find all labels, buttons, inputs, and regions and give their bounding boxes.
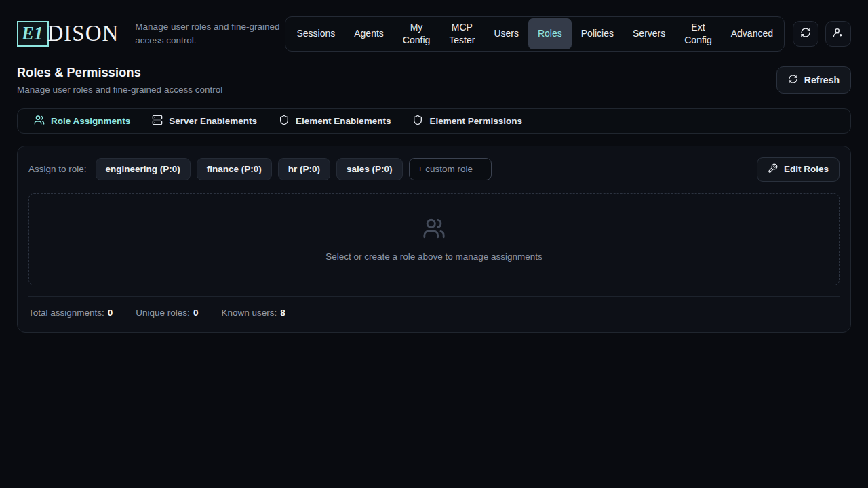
nav-item[interactable]: Advanced	[722, 18, 783, 49]
tab[interactable]: Role Assignments	[23, 110, 141, 131]
tab[interactable]: Server Enablements	[141, 110, 268, 131]
nav-item[interactable]: Agents	[344, 18, 393, 49]
nav-item[interactable]: Policies	[572, 18, 623, 49]
nav-item[interactable]: Servers	[623, 18, 675, 49]
page-header: Roles & Permissions Manage user roles an…	[0, 52, 868, 95]
stat-item: Known users:8	[221, 308, 285, 318]
user-settings-icon-button[interactable]	[825, 21, 851, 47]
stat-label: Known users:	[221, 308, 277, 318]
role-chip[interactable]: finance (P:0)	[197, 158, 272, 180]
assign-toolbar: Assign to role: engineering (P:0)finance…	[28, 157, 840, 182]
empty-state: Select or create a role above to manage …	[28, 193, 840, 285]
page-title: Roles & Permissions	[17, 66, 222, 80]
stats-row: Total assignments:0 Unique roles:0 Known…	[28, 297, 840, 321]
users-icon	[34, 115, 45, 127]
stat-value: 0	[108, 308, 113, 318]
refresh-icon	[788, 74, 798, 86]
refresh-button-label: Refresh	[804, 75, 840, 85]
main-nav: SessionsAgentsMy ConfigMCP TesterUsersRo…	[285, 16, 785, 52]
stat-item: Total assignments:0	[28, 308, 113, 318]
tab[interactable]: Element Permissions	[401, 110, 533, 131]
refresh-icon	[800, 27, 811, 40]
server-icon	[152, 115, 163, 127]
role-chip-list: engineering (P:0)finance (P:0)hr (P:0)sa…	[96, 158, 403, 180]
refresh-icon-button[interactable]	[793, 21, 818, 47]
nav-item[interactable]: Roles	[528, 18, 572, 49]
refresh-button[interactable]: Refresh	[776, 66, 851, 94]
wrench-icon	[768, 163, 778, 176]
page-title-block: Roles & Permissions Manage user roles an…	[17, 66, 222, 95]
custom-role-input[interactable]	[409, 158, 492, 180]
tab-label: Element Permissions	[429, 116, 522, 126]
section-tabs: Role Assignments Server Enablements Elem…	[17, 108, 851, 134]
users-icon	[422, 217, 446, 243]
nav-item[interactable]: MCP Tester	[439, 18, 484, 49]
tab-label: Role Assignments	[51, 116, 130, 126]
empty-state-message: Select or create a role above to manage …	[326, 251, 542, 262]
role-chip[interactable]: hr (P:0)	[278, 158, 330, 180]
role-assignments-panel: Assign to role: engineering (P:0)finance…	[17, 146, 851, 333]
nav-item[interactable]: Users	[484, 18, 528, 49]
stat-label: Unique roles:	[136, 308, 190, 318]
tab-label: Element Enablements	[296, 116, 391, 126]
edit-roles-button[interactable]: Edit Roles	[757, 157, 840, 182]
shield-icon	[279, 115, 290, 127]
logo-text: DISON	[47, 22, 119, 45]
shield-icon	[412, 115, 423, 127]
nav-item[interactable]: Ext Config	[675, 18, 721, 49]
role-chip[interactable]: engineering (P:0)	[96, 158, 191, 180]
header-actions	[793, 21, 851, 47]
edit-roles-label: Edit Roles	[784, 164, 829, 174]
app-tagline: Manage user roles and fine-grained acces…	[135, 20, 285, 47]
role-chip[interactable]: sales (P:0)	[336, 158, 403, 180]
tab-label: Server Enablements	[169, 116, 257, 126]
nav-item[interactable]: Sessions	[287, 18, 344, 49]
stat-item: Unique roles:0	[136, 308, 198, 318]
user-settings-icon	[833, 27, 844, 40]
logo-mark: E1	[17, 21, 49, 47]
nav-item[interactable]: My Config	[393, 18, 439, 49]
page-subtitle: Manage user roles and fine-grained acces…	[17, 85, 222, 95]
stat-value: 8	[280, 308, 285, 318]
stat-label: Total assignments:	[28, 308, 104, 318]
app-logo: E1 DISON	[17, 21, 119, 47]
app-header: E1 DISON Manage user roles and fine-grai…	[0, 0, 868, 52]
stat-value: 0	[193, 308, 199, 318]
tab[interactable]: Element Enablements	[268, 110, 401, 131]
assign-to-role-label: Assign to role:	[28, 164, 87, 174]
